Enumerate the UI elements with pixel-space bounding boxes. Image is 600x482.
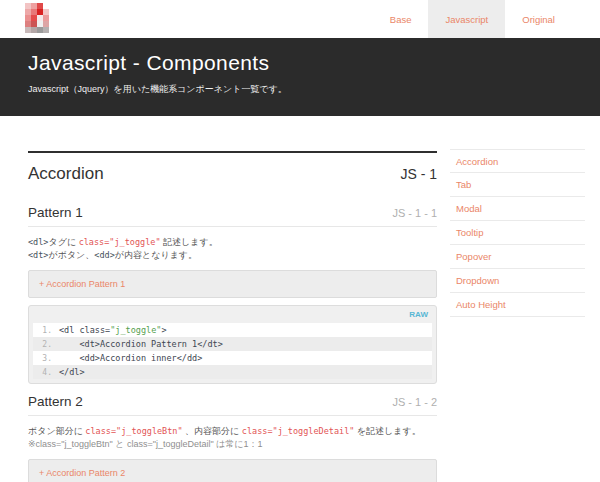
nav-item-javascript[interactable]: Javascript	[428, 0, 505, 38]
accordion-pattern-1-toggle[interactable]: + Accordion Pattern 1	[28, 270, 437, 298]
pattern-1-header: Pattern 1 JS - 1 - 1	[28, 205, 437, 227]
section-title: Accordion	[28, 164, 104, 184]
pattern-1-code: JS - 1 - 1	[392, 207, 437, 219]
line-number: 2.	[33, 340, 59, 349]
main-column: Accordion JS - 1 Pattern 1 JS - 1 - 1 <d…	[28, 116, 437, 482]
code-block: RAW 1. <dl class="j_toggle"> 2. <dt>Acco…	[28, 305, 437, 384]
nav-item-original[interactable]: Original	[505, 0, 572, 38]
raw-link[interactable]: RAW	[409, 310, 428, 319]
section-divider	[28, 151, 437, 153]
pattern-2-desc-line-2: ※class="j_toggleBtn" と class="j_toggleDe…	[28, 438, 437, 451]
code-block-body: 1. <dl class="j_toggle"> 2. <dt>Accordio…	[29, 323, 436, 383]
site-logo[interactable]	[25, 3, 49, 33]
section-code: JS - 1	[400, 166, 437, 182]
pattern-1-title: Pattern 1	[28, 205, 83, 220]
sidebar-item-tab[interactable]: Tab	[450, 173, 585, 197]
top-bar: Base Javascript Original	[0, 0, 600, 38]
pattern-1-section: Pattern 1 JS - 1 - 1 <dl>タグに class="j_to…	[28, 205, 437, 384]
sidebar-item-dropdown[interactable]: Dropdown	[450, 269, 585, 293]
pattern-2-section: Pattern 2 JS - 1 - 2 ボタン部分に class="j_tog…	[28, 394, 437, 482]
sidebar-item-accordion[interactable]: Accordion	[450, 149, 585, 173]
nav-item-base[interactable]: Base	[373, 0, 429, 38]
top-nav: Base Javascript Original	[373, 0, 572, 38]
code-block-header: RAW	[29, 306, 436, 323]
pattern-2-header: Pattern 2 JS - 1 - 2	[28, 394, 437, 416]
sidebar-item-auto-height[interactable]: Auto Height	[450, 293, 585, 317]
code-line-3: 3. <dd>Accordion inner</dd>	[33, 351, 432, 365]
line-number: 4.	[33, 368, 59, 377]
sidebar-item-tooltip[interactable]: Tooltip	[450, 221, 585, 245]
sidebar-item-modal[interactable]: Modal	[450, 197, 585, 221]
code-line-2: 2. <dt>Accordion Pattern 1</dt>	[33, 337, 432, 351]
sidebar-item-popover[interactable]: Popover	[450, 245, 585, 269]
logo-pixel-art	[25, 3, 31, 9]
content-area: Accordion JS - 1 Pattern 1 JS - 1 - 1 <d…	[0, 116, 600, 482]
pattern-1-desc-line-1: <dl>タグに class="j_toggle" 記述します。	[28, 236, 437, 249]
line-number: 1.	[33, 326, 59, 335]
page-subtitle: Javascript（Jquery）を用いた機能系コンポーネント一覧です。	[28, 83, 600, 96]
pattern-2-title: Pattern 2	[28, 394, 83, 409]
code-line-4: 4. </dl>	[33, 365, 432, 379]
line-number: 3.	[33, 354, 59, 363]
pattern-1-description: <dl>タグに class="j_toggle" 記述します。 <dt>がボタン…	[28, 236, 437, 261]
page-hero: Javascript - Components Javascript（Jquer…	[0, 38, 600, 116]
code-line-1: 1. <dl class="j_toggle">	[33, 323, 432, 337]
pattern-2-description: ボタン部分に class="j_toggleBtn" 、内容部分に class=…	[28, 425, 437, 450]
pattern-1-desc-line-2: <dt>がボタン、<dd>が内容となります。	[28, 249, 437, 262]
accordion-pattern-2-toggle[interactable]: + Accordion Pattern 2	[28, 459, 437, 482]
section-header: Accordion JS - 1	[28, 164, 437, 184]
component-sidebar: Accordion Tab Modal Tooltip Popover Drop…	[450, 149, 585, 482]
pattern-2-code: JS - 1 - 2	[392, 396, 437, 408]
pattern-2-desc-line-1: ボタン部分に class="j_toggleBtn" 、内容部分に class=…	[28, 425, 437, 438]
page-title: Javascript - Components	[28, 38, 600, 75]
